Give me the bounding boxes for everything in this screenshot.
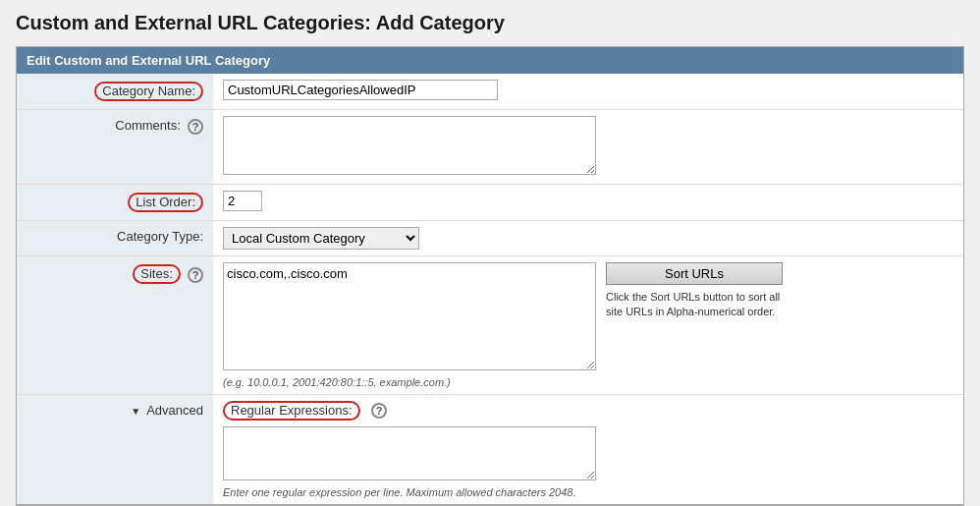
advanced-triangle-icon: ▼ xyxy=(131,406,140,417)
category-type-label-cell: Category Type: xyxy=(17,221,213,256)
sites-textarea-wrapper: cisco.com,.cisco.com (e.g. 10.0.0.1, 200… xyxy=(223,262,596,388)
advanced-input-cell: Regular Expressions: ? Enter one regular… xyxy=(213,395,963,505)
form-table: Category Name: Comments: ? List xyxy=(17,74,963,504)
advanced-row: ▼ Advanced Regular Expressions: ? Enter … xyxy=(17,395,963,505)
regex-label-wrapper: Regular Expressions: ? xyxy=(223,401,953,421)
category-name-row: Category Name: xyxy=(17,74,963,110)
regex-textarea[interactable] xyxy=(223,426,596,480)
sort-urls-note: Click the Sort URLs button to sort all s… xyxy=(606,290,783,320)
sites-help-icon[interactable]: ? xyxy=(188,267,203,283)
regex-label: Regular Expressions: xyxy=(223,401,360,421)
sort-urls-button[interactable]: Sort URLs xyxy=(606,262,783,285)
comments-input-cell xyxy=(213,110,963,185)
panel-header: Edit Custom and External URL Category xyxy=(17,47,963,74)
page-title: Custom and External URL Categories: Add … xyxy=(16,12,964,34)
list-order-input-cell xyxy=(213,185,963,221)
sites-label-cell: Sites: ? xyxy=(17,256,213,395)
category-name-label-cell: Category Name: xyxy=(17,74,213,110)
regex-note: Enter one regular expression per line. M… xyxy=(223,486,953,498)
form-panel: Edit Custom and External URL Category Ca… xyxy=(16,46,964,505)
comments-label-cell: Comments: ? xyxy=(17,110,213,185)
category-name-input-cell xyxy=(213,74,963,110)
regex-help-icon[interactable]: ? xyxy=(371,403,387,419)
comments-label: Comments: xyxy=(115,118,180,133)
comments-help-icon[interactable]: ? xyxy=(188,119,203,135)
list-order-input[interactable] xyxy=(223,191,262,211)
category-type-select[interactable]: Local Custom Category External Live Feed xyxy=(223,227,419,250)
advanced-toggle[interactable]: ▼ Advanced xyxy=(131,403,203,418)
advanced-label-text: Advanced xyxy=(146,403,203,418)
sort-urls-section: Sort URLs Click the Sort URLs button to … xyxy=(606,262,783,320)
comments-row: Comments: ? xyxy=(17,110,963,185)
sites-textarea[interactable]: cisco.com,.cisco.com xyxy=(223,262,596,370)
category-type-label: Category Type: xyxy=(117,229,203,244)
list-order-label: List Order: xyxy=(128,193,203,212)
list-order-row: List Order: xyxy=(17,185,963,221)
category-type-input-cell: Local Custom Category External Live Feed xyxy=(213,221,963,256)
comments-textarea[interactable] xyxy=(223,116,596,175)
sites-example-text: (e.g. 10.0.0.1, 2001:420:80:1::5, exampl… xyxy=(223,376,596,388)
advanced-label-cell: ▼ Advanced xyxy=(17,395,213,505)
sites-label: Sites: xyxy=(133,264,181,284)
sites-row: Sites: ? cisco.com,.cisco.com (e.g. 10.0… xyxy=(17,256,963,395)
sites-input-cell: cisco.com,.cisco.com (e.g. 10.0.0.1, 200… xyxy=(213,256,963,395)
category-type-row: Category Type: Local Custom Category Ext… xyxy=(17,221,963,256)
sites-content: cisco.com,.cisco.com (e.g. 10.0.0.1, 200… xyxy=(223,262,953,388)
category-name-input[interactable] xyxy=(223,80,498,100)
category-name-label: Category Name: xyxy=(94,82,203,101)
regex-textarea-wrapper xyxy=(223,426,953,483)
list-order-label-cell: List Order: xyxy=(17,185,213,221)
